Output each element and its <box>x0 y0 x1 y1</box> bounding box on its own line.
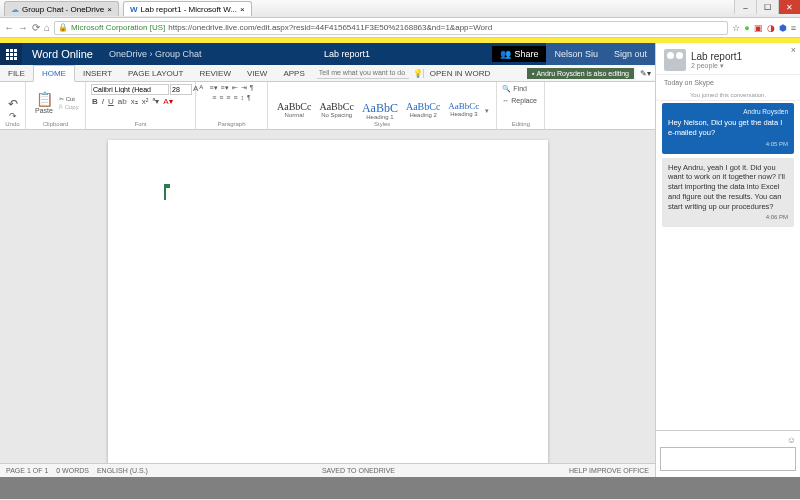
document-page[interactable] <box>108 140 548 463</box>
tab-file[interactable]: FILE <box>0 66 33 81</box>
bullets-icon[interactable]: ≡▾ <box>210 84 218 92</box>
font-family-select[interactable] <box>91 84 169 95</box>
open-in-word-button[interactable]: OPEN IN WORD <box>423 69 496 78</box>
share-label: Share <box>514 49 538 59</box>
style-heading1[interactable]: AaBbCHeading 1 <box>358 101 402 121</box>
indent-left-icon[interactable]: ⇤ <box>232 84 238 92</box>
ltr-icon[interactable]: ¶ <box>250 84 254 92</box>
justify-icon[interactable]: ≡ <box>233 94 237 101</box>
maximize-icon[interactable]: ☐ <box>756 0 778 14</box>
browser-tab-1[interactable]: W Lab report1 - Microsoft W... × <box>123 1 252 16</box>
document-canvas[interactable] <box>0 130 655 463</box>
tab-review[interactable]: REVIEW <box>191 66 239 81</box>
breadcrumb[interactable]: OneDrive › Group Chat <box>103 49 202 59</box>
find-button[interactable]: 🔍 Find <box>502 84 527 94</box>
app-launcher-icon[interactable] <box>0 43 22 65</box>
bold-button[interactable]: B <box>91 97 99 106</box>
style-heading3[interactable]: AaBbCcHeading 3 <box>444 101 483 121</box>
paste-button[interactable]: 📋 Paste <box>31 91 57 114</box>
tab-home[interactable]: HOME <box>33 65 75 82</box>
status-page[interactable]: PAGE 1 OF 1 <box>6 467 48 474</box>
url-text: https://onedrive.live.com/edit.aspx?resi… <box>168 23 492 32</box>
status-bar: PAGE 1 OF 1 0 WORDS ENGLISH (U.S.) SAVED… <box>0 463 655 477</box>
group-avatar-icon <box>664 49 686 71</box>
text-cursor <box>164 188 166 200</box>
close-icon[interactable]: × <box>791 45 796 55</box>
reload-icon[interactable]: ⟳ <box>32 22 40 33</box>
browser-extensions: ☆ ● ▣ ◑ ⬢ ≡ <box>732 23 796 33</box>
close-icon[interactable]: ✕ <box>778 0 800 14</box>
styles-more-icon[interactable]: ▾ <box>483 107 491 115</box>
italic-button[interactable]: I <box>101 97 105 106</box>
underline-button[interactable]: U <box>107 97 115 106</box>
font-size-select[interactable] <box>170 84 192 95</box>
home-icon[interactable]: ⌂ <box>44 22 50 33</box>
copy-button[interactable]: ⎘ Copy <box>59 103 79 111</box>
ribbon: ↶ ↷ Undo 📋 Paste ✂ Cut ⎘ Copy Clipboard <box>0 82 655 130</box>
chat-text: Hey Andru, yeah I got it. Did you want t… <box>668 163 788 212</box>
style-heading2[interactable]: AaBbCcHeading 2 <box>402 101 444 121</box>
clipboard-icon: 📋 <box>31 91 57 107</box>
image-letterbox <box>0 477 800 499</box>
group-label-editing: Editing <box>502 121 539 127</box>
person-icon: ▪ <box>532 70 534 77</box>
align-center-icon[interactable]: ≡ <box>219 94 223 101</box>
status-lang[interactable]: ENGLISH (U.S.) <box>97 467 148 474</box>
font-color-button[interactable]: A▾ <box>162 97 173 106</box>
numbering-icon[interactable]: ≡▾ <box>221 84 229 92</box>
forward-icon[interactable]: → <box>18 22 28 33</box>
user-name[interactable]: Nelson Siu <box>546 43 606 65</box>
ext-icon-1[interactable]: ● <box>744 23 749 33</box>
status-help[interactable]: HELP IMPROVE OFFICE <box>569 467 649 474</box>
star-icon[interactable]: ☆ <box>732 23 740 33</box>
replace-button[interactable]: ↔ Replace <box>502 96 537 106</box>
group-label-styles: Styles <box>273 121 491 127</box>
status-words[interactable]: 0 WORDS <box>56 467 89 474</box>
align-left-icon[interactable]: ≡ <box>212 94 216 101</box>
share-icon: 👥 <box>500 49 511 59</box>
lightbulb-icon[interactable]: 💡 <box>413 69 423 78</box>
rtl-icon[interactable]: ¶ <box>247 94 251 101</box>
ext-icon-3[interactable]: ◑ <box>767 23 775 33</box>
minimize-icon[interactable]: – <box>734 0 756 14</box>
close-icon[interactable]: × <box>107 5 112 14</box>
style-nospacing[interactable]: AaBbCcNo Spacing <box>315 101 357 121</box>
signout-link[interactable]: Sign out <box>606 43 655 65</box>
subscript-button[interactable]: x₂ <box>130 97 139 106</box>
chat-input[interactable] <box>660 447 796 471</box>
ext-icon-4[interactable]: ⬢ <box>779 23 787 33</box>
indent-right-icon[interactable]: ⇥ <box>241 84 247 92</box>
styles-gallery[interactable]: AaBbCcNormal AaBbCcNo Spacing AaBbCHeadi… <box>273 101 491 121</box>
emoji-icon[interactable]: ☺ <box>660 435 796 445</box>
chat-today-label: Today on Skype <box>656 75 800 90</box>
cut-button[interactable]: ✂ Cut <box>59 95 79 103</box>
address-bar[interactable]: 🔒 Microsoft Corporation [US] https://one… <box>54 21 728 35</box>
close-icon[interactable]: × <box>240 5 245 14</box>
browser-tab-0[interactable]: ☁ Group Chat - OneDrive × <box>4 1 119 16</box>
tab-page-layout[interactable]: PAGE LAYOUT <box>120 66 191 81</box>
tab-view[interactable]: VIEW <box>239 66 275 81</box>
group-label-undo: Undo <box>5 121 19 127</box>
superscript-button[interactable]: x² <box>141 97 150 106</box>
back-icon[interactable]: ← <box>4 22 14 33</box>
app-brand: Word Online <box>22 48 103 60</box>
style-normal[interactable]: AaBbCcNormal <box>273 101 315 121</box>
undo-icon[interactable]: ↶ <box>8 97 18 111</box>
chat-people[interactable]: 2 people ▾ <box>691 62 742 70</box>
share-button[interactable]: 👥 Share <box>492 46 546 62</box>
tab-insert[interactable]: INSERT <box>75 66 120 81</box>
align-right-icon[interactable]: ≡ <box>226 94 230 101</box>
tab-title: Group Chat - OneDrive <box>22 5 104 14</box>
editing-mode-dropdown[interactable]: ✎▾ <box>636 67 655 80</box>
tell-me-input[interactable] <box>317 67 409 79</box>
browser-tabstrip: ☁ Group Chat - OneDrive × W Lab report1 … <box>0 0 800 18</box>
highlight-button[interactable]: ª▾ <box>151 97 160 106</box>
line-spacing-icon[interactable]: ↕ <box>241 94 245 101</box>
cloud-icon: ☁ <box>11 5 19 14</box>
menu-icon[interactable]: ≡ <box>791 23 796 33</box>
tab-apps[interactable]: APPS <box>275 66 312 81</box>
redo-icon[interactable]: ↷ <box>9 111 17 121</box>
ext-icon-2[interactable]: ▣ <box>754 23 763 33</box>
coauthor-indicator[interactable]: ▪ Andru Roysden is also editing <box>527 68 634 79</box>
strike-button[interactable]: ab <box>117 97 128 106</box>
